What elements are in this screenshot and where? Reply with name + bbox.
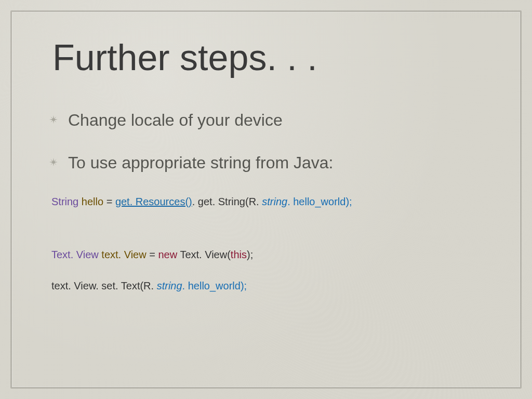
starburst-icon — [49, 158, 58, 166]
code-token: . get. String(R. — [192, 196, 262, 207]
code-token-member: . hello_world); — [287, 196, 352, 207]
code-token: Text. View( — [177, 249, 231, 260]
bullet-text: To use appropriate string from Java: — [68, 153, 333, 172]
starburst-icon — [49, 115, 58, 124]
bullet-item: Change locale of your device — [49, 110, 483, 130]
bullet-item: To use appropriate string from Java: — [49, 152, 483, 173]
bullet-list: Change locale of your device To use appr… — [49, 110, 483, 173]
code-line: text. View. set. Text(R. string. hello_w… — [51, 279, 483, 292]
slide-frame: Further steps. . . Change locale of your… — [10, 10, 522, 389]
bullet-text: Change locale of your device — [68, 111, 283, 129]
code-token-keyword: new — [158, 249, 178, 260]
code-token-type: String — [51, 196, 82, 207]
code-token: = — [107, 196, 115, 207]
code-line: String hello = get. Resources(). get. St… — [51, 195, 483, 208]
code-token-field: string — [157, 280, 182, 291]
code-token: text. View. set. Text(R. — [51, 280, 157, 291]
code-token-member: . hello_world); — [182, 280, 247, 291]
code-token: = — [149, 249, 158, 260]
code-token-var: hello — [82, 196, 107, 207]
code-token-var: text. View — [101, 249, 149, 260]
code-token: ); — [247, 249, 253, 260]
code-line: Text. View text. View = new Text. View(t… — [51, 248, 483, 261]
code-token-field: string — [262, 196, 287, 207]
code-token-type: Text. View — [51, 249, 101, 260]
slide-title: Further steps. . . — [52, 37, 483, 78]
slide: Further steps. . . Change locale of your… — [0, 0, 532, 399]
code-token-this: this — [231, 249, 247, 260]
code-link[interactable]: get. Resources() — [115, 196, 192, 207]
code-block: String hello = get. Resources(). get. St… — [51, 195, 483, 292]
